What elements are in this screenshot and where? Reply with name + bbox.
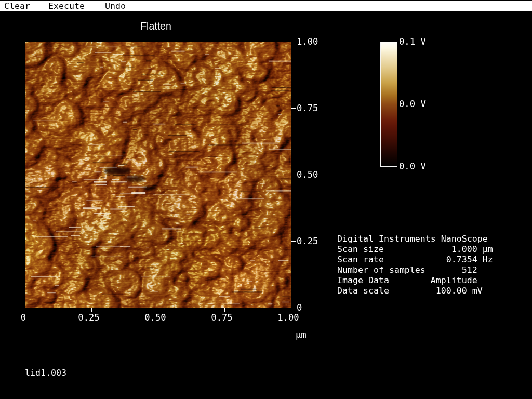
y-axis-tick-label: 0.75 <box>297 103 318 113</box>
menu-item-undo[interactable]: Undo <box>105 1 126 11</box>
info-row-image-data: Image Data Amplitude <box>337 275 493 286</box>
menu-item-clear[interactable]: Clear <box>4 1 30 11</box>
afm-scan-image[interactable] <box>25 42 291 308</box>
y-axis-tick <box>291 308 296 308</box>
info-row-data-scale: Data scale 100.00 mV <box>337 286 493 296</box>
y-axis-tick-label: 0.25 <box>297 236 318 246</box>
menu-bar: ClearExecuteUndo <box>0 1 532 11</box>
y-axis-tick <box>291 175 296 175</box>
x-axis-tick-label: 0.50 <box>135 313 176 322</box>
x-axis-tick-label: 0.75 <box>201 313 243 322</box>
x-axis-tick <box>158 308 158 312</box>
x-axis-unit-label: µm <box>296 330 307 339</box>
info-row-scan-rate: Scan rate 0.7354 Hz <box>337 255 493 265</box>
x-axis-tick-label: 0.25 <box>68 313 110 322</box>
info-header: Digital Instruments NanoScope <box>337 234 493 244</box>
x-axis-tick <box>291 308 291 312</box>
x-axis-tick <box>25 308 25 312</box>
scan-info-panel: Digital Instruments NanoScopeScan size 1… <box>337 234 493 296</box>
afm-texture-svg <box>25 42 291 308</box>
x-axis-tick <box>91 308 92 312</box>
info-row-scan-size: Scan size 1.000 µm <box>337 244 493 255</box>
y-axis-tick <box>291 108 296 109</box>
x-axis-tick <box>224 308 225 312</box>
filename-label: lid1.003 <box>25 368 66 378</box>
color-scale-top-label: 0.1 V <box>399 37 426 46</box>
y-axis-tick <box>291 241 296 242</box>
color-scale-bar <box>380 42 397 167</box>
y-axis-tick-label: 1.00 <box>297 37 318 46</box>
x-axis-tick-label: 1.00 <box>268 313 309 322</box>
y-axis-tick-label: 0.50 <box>297 170 318 179</box>
x-axis-tick-label: 0 <box>3 313 44 322</box>
color-scale-bottom-label: 0.0 V <box>399 162 426 171</box>
y-axis-tick <box>291 42 296 42</box>
menu-item-execute[interactable]: Execute <box>48 1 85 11</box>
y-axis-tick-label: 0 <box>297 303 302 312</box>
color-scale-middle-label: 0.0 V <box>399 99 426 109</box>
info-row-number-of-samples: Number of samples 512 <box>337 265 493 275</box>
plot-title: Flatten <box>129 20 183 32</box>
